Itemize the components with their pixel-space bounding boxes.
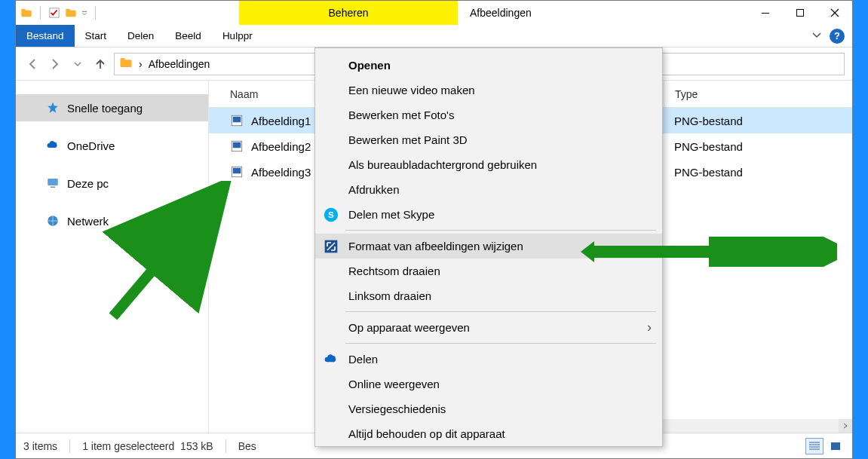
svg-rect-2 bbox=[762, 13, 769, 14]
qat-dropdown-icon[interactable] bbox=[81, 6, 87, 20]
sidebar-item-network[interactable]: Netwerk bbox=[16, 207, 208, 234]
svg-text:S: S bbox=[328, 210, 334, 219]
context-menu-item[interactable]: Als bureaubladachtergrond gebruiken bbox=[315, 152, 662, 177]
context-menu-label: Afdrukken bbox=[348, 183, 400, 196]
sidebar-label: Netwerk bbox=[67, 215, 109, 228]
pc-icon bbox=[46, 176, 60, 190]
ribbon-collapse-icon[interactable] bbox=[811, 29, 822, 42]
context-menu-item[interactable]: Bewerken met Paint 3D bbox=[315, 127, 662, 152]
status-selection: 1 item geselecteerd 153 kB bbox=[82, 440, 213, 452]
context-menu-label: Delen met Skype bbox=[348, 208, 434, 221]
sidebar-item-this-pc[interactable]: Deze pc bbox=[16, 170, 208, 197]
star-icon bbox=[46, 101, 60, 115]
status-extra: Bes bbox=[238, 440, 256, 452]
window-controls bbox=[748, 1, 852, 25]
up-button[interactable] bbox=[91, 55, 109, 73]
context-menu-item[interactable]: Bewerken met Foto's bbox=[315, 103, 662, 127]
context-menu-item[interactable]: Op apparaat weergeven› bbox=[315, 315, 662, 340]
context-menu-item[interactable]: Altijd behouden op dit apparaat bbox=[315, 421, 662, 446]
file-name: Afbeelding2 bbox=[251, 140, 311, 153]
svg-rect-3 bbox=[797, 10, 804, 17]
navigation-pane: Snelle toegang OneDrive Deze pc Netwerk bbox=[16, 81, 209, 433]
sidebar-label: OneDrive bbox=[67, 139, 115, 152]
file-type: PNG-bestand bbox=[664, 115, 845, 127]
ribbon-tab-share[interactable]: Delen bbox=[117, 25, 164, 47]
context-menu-item[interactable]: SDelen met Skype bbox=[315, 202, 662, 227]
column-header-type[interactable]: Type bbox=[664, 81, 845, 108]
context-menu-label: Als bureaubladachtergrond gebruiken bbox=[348, 158, 537, 171]
contextual-tab-manage[interactable]: Beheren bbox=[239, 1, 458, 25]
image-file-icon bbox=[230, 165, 244, 179]
quick-access-toolbar bbox=[16, 1, 103, 25]
context-menu-item[interactable]: Online weergeven bbox=[315, 372, 662, 396]
ribbon-tab-view[interactable]: Beeld bbox=[164, 25, 212, 47]
svg-rect-1 bbox=[82, 11, 87, 12]
sidebar-label: Snelle toegang bbox=[67, 102, 143, 115]
context-menu-label: Linksom draaien bbox=[348, 289, 431, 302]
close-button[interactable] bbox=[817, 1, 852, 25]
context-menu-label: Rechtsom draaien bbox=[348, 265, 440, 277]
ribbon-tab-start[interactable]: Start bbox=[75, 25, 118, 47]
context-menu-item[interactable]: Linksom draaien bbox=[315, 283, 662, 308]
ribbon-tab-file[interactable]: Bestand bbox=[16, 25, 75, 47]
forward-button[interactable] bbox=[46, 55, 64, 73]
context-menu-item[interactable]: Delen bbox=[315, 347, 662, 372]
minimize-button[interactable] bbox=[748, 1, 783, 25]
context-menu-label: Online weergeven bbox=[348, 378, 440, 390]
network-icon bbox=[46, 214, 60, 228]
context-menu-item[interactable]: Rechtsom draaien bbox=[315, 259, 662, 283]
svg-rect-13 bbox=[831, 442, 840, 450]
context-menu-item[interactable]: Openen bbox=[315, 53, 662, 78]
context-menu-label: Openen bbox=[348, 59, 391, 72]
sidebar-item-onedrive[interactable]: OneDrive bbox=[16, 132, 208, 159]
ribbon-tab-tools[interactable]: Hulppr bbox=[212, 25, 263, 47]
sidebar-item-quick-access[interactable]: Snelle toegang bbox=[16, 94, 208, 121]
context-menu-label: Altijd behouden op dit apparaat bbox=[348, 427, 505, 440]
context-menu-label: Delen bbox=[348, 353, 378, 366]
breadcrumb-location[interactable]: Afbeeldingen bbox=[149, 58, 210, 70]
checkbox-icon[interactable] bbox=[48, 7, 60, 19]
file-type: PNG-bestand bbox=[664, 166, 845, 179]
context-menu-label: Formaat van afbeeldingen wijzigen bbox=[348, 240, 523, 252]
svg-rect-10 bbox=[233, 142, 241, 148]
folder-icon bbox=[119, 56, 133, 72]
context-menu-separator bbox=[345, 343, 656, 344]
folder-small-icon[interactable] bbox=[65, 7, 77, 19]
title-bar: Beheren Afbeeldingen bbox=[16, 1, 852, 25]
back-button[interactable] bbox=[23, 55, 41, 73]
help-button[interactable]: ? bbox=[830, 29, 845, 44]
context-menu-label: Bewerken met Foto's bbox=[348, 109, 454, 121]
context-menu-separator bbox=[345, 230, 656, 231]
onedrive-icon bbox=[46, 139, 60, 152]
context-menu-item[interactable]: Formaat van afbeeldingen wijzigen bbox=[315, 234, 662, 259]
context-menu-label: Een nieuwe video maken bbox=[348, 84, 475, 96]
maximize-button[interactable] bbox=[783, 1, 817, 25]
folder-icon bbox=[20, 7, 32, 19]
svg-rect-8 bbox=[233, 117, 241, 123]
context-menu-item[interactable]: Afdrukken bbox=[315, 177, 662, 202]
context-menu-label: Versiegeschiedenis bbox=[348, 402, 446, 415]
context-menu-item[interactable]: Een nieuwe video maken bbox=[315, 78, 662, 103]
window-title: Afbeeldingen bbox=[458, 1, 544, 25]
ribbon-tabs: Bestand Start Delen Beeld Hulppr ? bbox=[16, 25, 852, 47]
svg-rect-4 bbox=[48, 179, 58, 185]
contextual-tab-label: Beheren bbox=[329, 7, 369, 19]
context-menu-label: Bewerken met Paint 3D bbox=[348, 133, 468, 146]
resize-icon bbox=[323, 238, 339, 255]
svg-rect-5 bbox=[51, 187, 55, 188]
submenu-arrow-icon: › bbox=[647, 320, 652, 335]
breadcrumb-sep: › bbox=[139, 58, 143, 70]
scroll-right-button[interactable] bbox=[839, 419, 852, 433]
skype-icon: S bbox=[323, 207, 339, 223]
thumbnails-view-button[interactable] bbox=[827, 438, 845, 454]
status-item-count: 3 items bbox=[23, 440, 57, 452]
context-menu-item[interactable]: Versiegeschiedenis bbox=[315, 396, 662, 421]
file-name: Afbeelding1 bbox=[251, 115, 311, 127]
context-menu-separator bbox=[345, 311, 656, 312]
sidebar-label: Deze pc bbox=[67, 177, 109, 190]
recent-dropdown-icon[interactable] bbox=[69, 55, 87, 73]
onedrive-icon bbox=[323, 351, 339, 368]
image-file-icon bbox=[230, 114, 244, 127]
details-view-button[interactable] bbox=[805, 438, 824, 454]
context-menu-label: Op apparaat weergeven bbox=[348, 321, 470, 334]
